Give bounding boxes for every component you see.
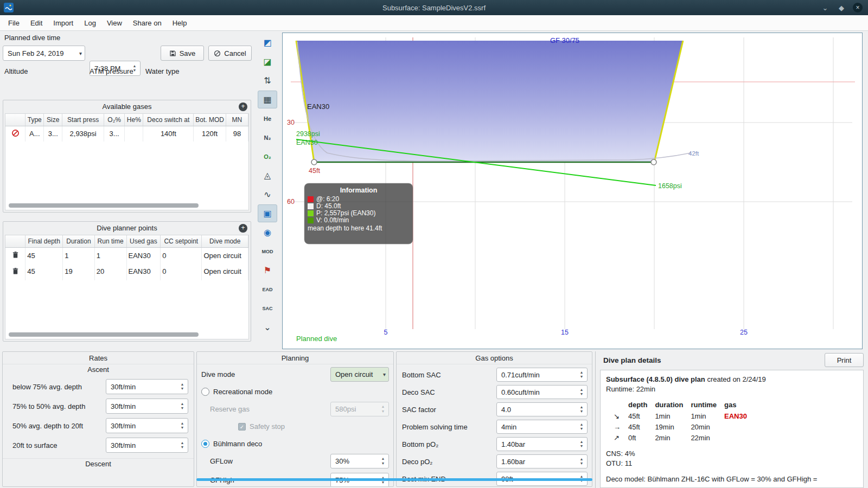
mod-icon[interactable]: MOD [258,242,277,260]
menu-help[interactable]: Help [167,16,193,30]
reserve-gas-label: Reserve gas [210,405,250,413]
depth-tick-60: 60 [287,198,295,206]
descent-title: Descent [3,459,194,469]
splitter-handle[interactable] [595,351,596,488]
buhlmann-deco-radio[interactable] [201,440,209,448]
ascent-rate-stops-spinner[interactable]: 30ft/min▲▼ [106,418,188,433]
he-icon[interactable]: He [258,110,277,127]
point-row: 45 1 1 EAN30 0 Open circuit [5,248,248,264]
spinner-arrows-icon[interactable]: ▲▼ [578,368,585,381]
reserve-gas-spinner: 580psi▲▼ [330,402,389,416]
dive-plan-details-title: Dive plan details [603,356,661,364]
spinner-arrows-icon[interactable]: ▲▼ [178,438,186,452]
photos-icon[interactable]: ▣ [258,204,277,222]
planned-dive-time-label: Planned dive time [4,34,60,42]
bottom-po2-spinner[interactable]: 1.40bar▲▼ [496,437,588,451]
save-button[interactable]: Save [161,46,204,61]
menu-import[interactable]: Import [48,16,79,30]
deco-po2-spinner[interactable]: 1.60bar▲▼ [496,454,588,468]
ead-icon[interactable]: EAD [258,280,277,298]
spinner-arrows-icon[interactable]: ▲▼ [578,438,585,451]
grid-icon[interactable]: ▦ [258,91,277,108]
spinner-arrows-icon[interactable]: ▲▼ [178,419,186,433]
col-start-press: Start press [62,114,104,126]
ascent-rate-75-spinner[interactable]: 30ft/min▲▼ [106,379,188,394]
pn2-graph-icon[interactable]: ◪ [258,53,277,70]
rate-row: below 75% avg. depth 30ft/min▲▼ [12,379,188,394]
minimize-icon[interactable]: ⌄ [820,3,830,12]
profile-handle-left[interactable] [311,159,317,165]
problem-solving-time-spinner[interactable]: 4min▲▼ [496,420,588,434]
dive-profile-chart[interactable]: GF 30/75 EAN30 2938psi EAN30 45ft 42ft 1… [282,33,863,349]
recreational-mode-radio[interactable] [201,388,209,396]
cancel-button[interactable]: Cancel [208,46,252,61]
spinner-arrows-icon[interactable]: ▲▼ [578,455,585,468]
print-button[interactable]: Print [825,353,864,367]
col-deco-switch: Deco switch at [143,114,194,126]
menu-share-on[interactable]: Share on [127,16,167,30]
ascent-rate-50-spinner[interactable]: 30ft/min▲▼ [106,399,188,414]
ascent-rate-surface-spinner[interactable]: 30ft/min▲▼ [106,438,188,453]
air-icon[interactable]: ◬ [258,166,277,184]
spinner-arrows-icon[interactable]: ▲▼ [578,386,585,399]
cns-value: CNS: 4% [606,449,858,459]
gflow-label: GFLow [210,457,233,465]
svg-text:V: 0.0ft/min: V: 0.0ft/min [316,216,349,224]
gases-hscrollbar[interactable] [9,203,199,208]
dive-date-combo[interactable]: Sun Feb 24, 2019▾ [3,46,85,61]
menubar: File Edit Import Log View Share on Help [0,15,868,31]
planned-dive-label: Planned dive [296,335,337,343]
available-gases-group: Available gases + Type Size Start press … [3,100,251,213]
col-final-depth: Final depth [25,235,63,248]
bottom-sac-spinner[interactable]: 0.71cuft/min▲▼ [496,368,588,382]
maximize-icon[interactable]: ◆ [837,3,846,12]
gflow-spinner[interactable]: 30%▲▼ [330,454,389,468]
time-tick-5: 5 [384,329,388,336]
scroll-down-icon[interactable]: ⌄ [258,318,277,336]
scale-icon[interactable]: ⇅ [258,72,277,89]
deco-sac-spinner[interactable]: 0.60cuft/min▲▼ [496,385,588,399]
add-gas-button[interactable]: + [239,102,247,111]
spinner-arrows-icon: ▲▼ [379,402,387,416]
menu-view[interactable]: View [101,16,127,30]
diver-icon[interactable]: ⚑ [258,261,277,279]
cancel-icon [214,50,221,57]
menu-log[interactable]: Log [79,16,101,30]
dive-mode-label: Dive mode [201,370,235,378]
delete-point-icon[interactable] [12,267,19,275]
plan-heading: Subsurface (4.8.5.0) dive plan [606,375,705,383]
close-icon[interactable]: × [853,3,863,12]
o2-icon[interactable]: O₂ [258,147,277,165]
spinner-arrows-icon[interactable]: ▲▼ [578,420,585,433]
spinner-arrows-icon[interactable]: ▲▼ [578,403,585,416]
remove-gas-icon[interactable] [11,129,20,137]
spinner-arrows-icon[interactable]: ▲▼ [178,399,186,413]
ascent-arrow-icon: ↗ [614,433,628,444]
depth-tick-30: 30 [287,119,295,126]
menu-edit[interactable]: Edit [25,16,48,30]
dive-mode-combo[interactable]: Open circuit▾ [330,367,389,382]
rate-row: 20ft to surface 30ft/min▲▼ [12,438,188,453]
tooltip-title: Information [340,187,378,194]
menu-file[interactable]: File [3,16,25,30]
heart-rate-icon[interactable]: ∿ [258,185,277,203]
spinner-arrows-icon[interactable]: ▲▼ [178,380,186,394]
po2-graph-icon[interactable]: ◩ [258,34,277,52]
sac-icon[interactable]: SAC [258,299,277,317]
add-point-button[interactable]: + [239,224,247,233]
planner-panel: Planned dive time Sun Feb 24, 2019▾ 7:38… [0,31,253,350]
gas-row: A... 3... 2,938psi 3... 140ft 120ft 98 [5,126,248,142]
spinner-arrows-icon[interactable]: ▲▼ [379,454,387,468]
col-mnd: MN [226,114,248,126]
n2-icon[interactable]: N₂ [258,129,277,146]
tissues-icon[interactable]: ◉ [258,223,277,241]
col-size: Size [44,114,62,126]
water-type-label: Water type [145,67,179,75]
sac-factor-spinner[interactable]: 4.0▲▼ [496,402,588,416]
points-hscrollbar[interactable] [9,332,199,337]
settings-hscrollbar[interactable] [196,478,592,481]
rates-title: Rates [3,352,194,364]
delete-point-icon[interactable] [12,251,19,259]
plan-table: depth duration runtime gas ↘ 45ft 1min 1… [614,400,755,444]
profile-handle-right[interactable] [651,159,656,165]
